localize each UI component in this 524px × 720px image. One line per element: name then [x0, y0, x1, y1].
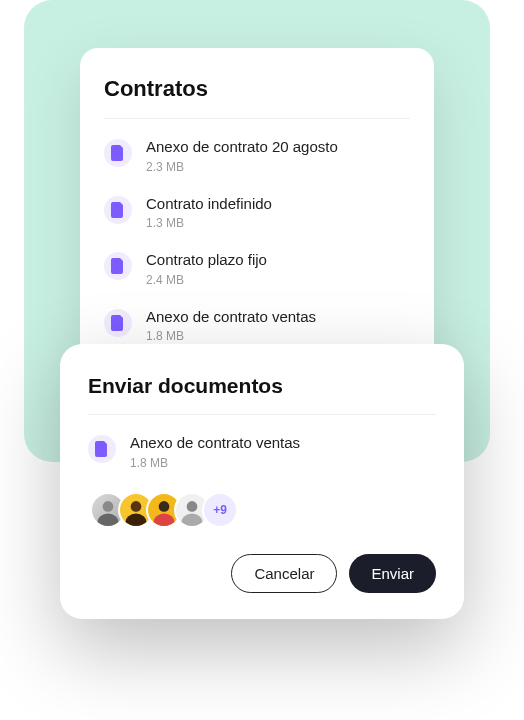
recipients-avatars: +9 [88, 492, 436, 528]
send-documents-card: Enviar documentos Anexo de contrato vent… [60, 344, 464, 619]
file-size: 1.3 MB [146, 216, 410, 230]
actions-row: Cancelar Enviar [88, 554, 436, 593]
file-size: 1.8 MB [130, 456, 436, 470]
contracts-card: Contratos Anexo de contrato 20 agosto 2.… [80, 48, 434, 383]
file-size: 2.4 MB [146, 273, 410, 287]
svg-point-4 [159, 501, 170, 512]
file-size: 2.3 MB [146, 160, 410, 174]
contracts-title: Contratos [104, 76, 410, 102]
send-title: Enviar documentos [88, 374, 436, 398]
file-name: Anexo de contrato 20 agosto [146, 137, 410, 157]
file-row[interactable]: Anexo de contrato 20 agosto 2.3 MB [104, 137, 410, 174]
avatar-more-count[interactable]: +9 [202, 492, 238, 528]
divider [88, 414, 436, 415]
file-row[interactable]: Anexo de contrato ventas 1.8 MB [104, 307, 410, 344]
svg-point-2 [131, 501, 142, 512]
svg-point-3 [125, 513, 146, 525]
document-icon [88, 435, 116, 463]
document-icon [104, 139, 132, 167]
svg-point-5 [153, 513, 174, 525]
file-name: Contrato plazo fijo [146, 250, 410, 270]
divider [104, 118, 410, 119]
send-button[interactable]: Enviar [349, 554, 436, 593]
document-icon [104, 196, 132, 224]
cancel-button[interactable]: Cancelar [231, 554, 337, 593]
file-row[interactable]: Contrato plazo fijo 2.4 MB [104, 250, 410, 287]
svg-point-6 [187, 501, 198, 512]
svg-point-7 [181, 513, 202, 525]
file-row[interactable]: Anexo de contrato ventas 1.8 MB [88, 433, 436, 470]
file-name: Anexo de contrato ventas [130, 433, 436, 453]
document-icon [104, 309, 132, 337]
document-icon [104, 252, 132, 280]
svg-point-0 [103, 501, 114, 512]
file-size: 1.8 MB [146, 329, 410, 343]
file-name: Anexo de contrato ventas [146, 307, 410, 327]
file-row[interactable]: Contrato indefinido 1.3 MB [104, 194, 410, 231]
svg-point-1 [97, 513, 118, 525]
file-name: Contrato indefinido [146, 194, 410, 214]
